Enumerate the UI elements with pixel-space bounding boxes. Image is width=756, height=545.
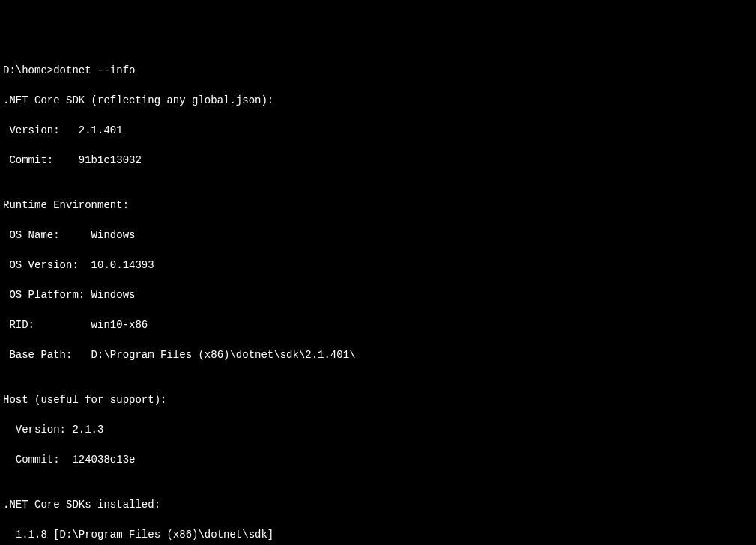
rid: RID: win10-x86 [3, 317, 753, 332]
sdks-installed-header: .NET Core SDKs installed: [3, 497, 753, 512]
sdk-header: .NET Core SDK (reflecting any global.jso… [3, 93, 753, 108]
base-path: Base Path: D:\Program Files (x86)\dotnet… [3, 347, 753, 362]
os-platform: OS Platform: Windows [3, 287, 753, 302]
host-header: Host (useful for support): [3, 392, 753, 407]
runtime-env-header: Runtime Environment: [3, 198, 753, 213]
host-commit: Commit: 124038c13e [3, 452, 753, 467]
sdk-commit: Commit: 91b1c13032 [3, 153, 753, 168]
command-prompt-line[interactable]: D:\home>dotnet --info [3, 63, 753, 78]
sdk-version: Version: 2.1.401 [3, 123, 753, 138]
sdk-item: 1.1.8 [D:\Program Files (x86)\dotnet\sdk… [3, 527, 753, 542]
host-version: Version: 2.1.3 [3, 422, 753, 437]
os-version: OS Version: 10.0.14393 [3, 258, 753, 272]
os-name: OS Name: Windows [3, 228, 753, 243]
